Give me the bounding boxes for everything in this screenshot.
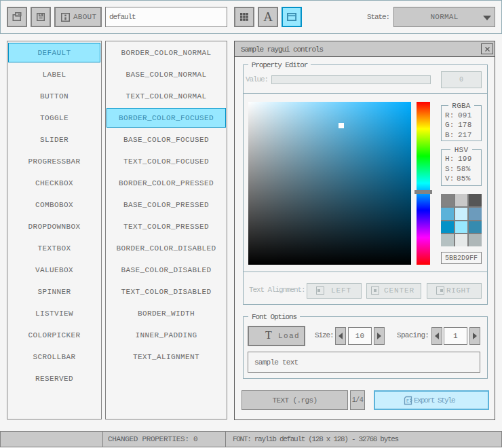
svg-text:E: E (406, 398, 409, 404)
